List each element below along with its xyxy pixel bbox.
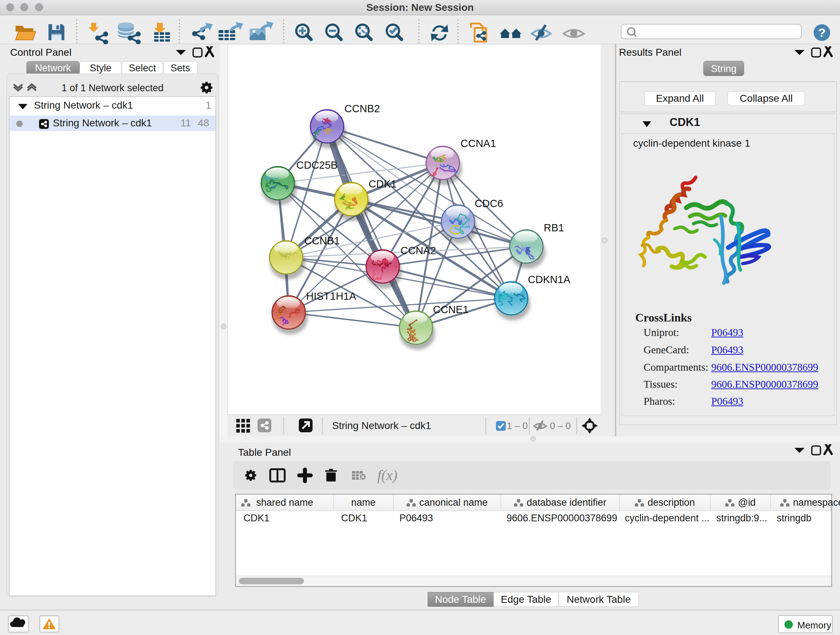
svg-text:1 – 0: 1 – 0 [507, 420, 528, 431]
svg-text:HIST1H1A: HIST1H1A [306, 290, 356, 302]
svg-text:CDC25B: CDC25B [296, 159, 338, 171]
svg-text:f(x): f(x) [377, 467, 398, 483]
svg-text:String Network – cdk1: String Network – cdk1 [332, 420, 431, 431]
svg-text:0 – 0: 0 – 0 [550, 420, 571, 431]
svg-text:CCNB2: CCNB2 [344, 103, 380, 114]
svg-text:RB1: RB1 [544, 222, 564, 233]
svg-text:?: ? [818, 26, 826, 40]
svg-text:CCNA1: CCNA1 [461, 138, 496, 149]
svg-text:CDC6: CDC6 [475, 198, 503, 209]
svg-text:CCNA2: CCNA2 [401, 245, 436, 256]
svg-text:CCNE1: CCNE1 [433, 304, 469, 315]
svg-text:CDKN1A: CDKN1A [528, 274, 570, 285]
svg-text:CCNB1: CCNB1 [304, 235, 340, 247]
svg-text:CDK1: CDK1 [369, 178, 396, 190]
